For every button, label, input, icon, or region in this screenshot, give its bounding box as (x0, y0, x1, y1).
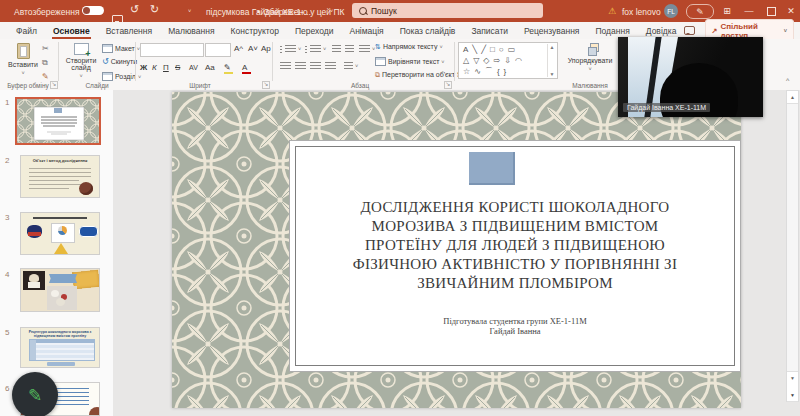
line-spacing-button[interactable]: ˅ (359, 45, 375, 53)
tab-7[interactable]: Анімація (342, 22, 392, 39)
webcam-overlay[interactable]: Гайдай Іванна ХЕ-1-11М (618, 37, 763, 117)
shape-glyph-1-2[interactable]: ╲ (472, 44, 477, 55)
columns-button[interactable]: ˅ (344, 62, 358, 70)
thumbnail-slide-3[interactable] (20, 212, 100, 255)
qat-chevron-icon[interactable]: ˅ (188, 8, 191, 14)
align-left-button[interactable] (280, 62, 291, 70)
close-button[interactable]: ✕ (782, 2, 800, 20)
cut-button[interactable]: ✂ (42, 45, 49, 53)
shapes-scroll-up-icon[interactable]: ▲ (550, 44, 555, 50)
shapes-scroll-down-icon[interactable]: ▼ (550, 71, 555, 77)
shape-glyph-1-3[interactable]: ╱ (481, 44, 486, 55)
tab-8[interactable]: Показ слайдів (392, 22, 464, 39)
shape-glyph-1-5[interactable]: ○ (499, 44, 504, 55)
clipboard-dialog-launcher[interactable]: ↘ (50, 81, 58, 89)
italic-button[interactable]: К (152, 63, 157, 73)
ribbon-display-options-icon[interactable]: ⊞ (718, 2, 736, 20)
bold-button[interactable]: Ж (140, 63, 147, 73)
shape-glyph-3-4[interactable]: { (497, 66, 500, 77)
clear-formatting-button[interactable]: Ap (261, 44, 271, 54)
subtitle-line-1: Підготувала студентка групи ХЕ-1-11М (299, 316, 731, 326)
numbering-button[interactable]: ˅ (305, 45, 326, 53)
shape-glyph-3-3[interactable]: ⌒ (485, 66, 493, 77)
shape-glyph-2-3[interactable]: ◇ (483, 55, 489, 66)
autosave-toggle[interactable] (82, 6, 104, 15)
undo-icon[interactable]: ↺ (130, 4, 139, 15)
thumb3-pie-chart-card (51, 223, 75, 243)
tab-10[interactable]: Рецензування (516, 22, 587, 39)
account-name[interactable]: fox lenovo (622, 7, 661, 17)
shapes-gallery[interactable]: A╲╱□○▭ △▽◇⇨⇩◠ ☆∿⌒{} ▲ ▼ (458, 42, 558, 79)
shape-glyph-2-6[interactable]: ◠ (515, 55, 522, 66)
shape-glyph-1-1[interactable]: A (463, 44, 468, 55)
change-case-button[interactable]: Aa (205, 63, 215, 73)
slide-title[interactable]: ДОСЛІДЖЕННЯ КОРИСТІ ШОКОЛАДНОГО МОРОЗИВА… (299, 198, 731, 293)
new-slide-button[interactable]: Створити слайд ˅ (62, 43, 100, 80)
shrink-font-button[interactable]: A˅ (248, 44, 258, 54)
text-direction-button[interactable]: ⇅ Напрямок тексту ˅ (375, 43, 443, 51)
shapes-gallery-scrollbar[interactable]: ▲ ▼ (547, 44, 556, 77)
copy-button[interactable]: ⧉ (42, 59, 48, 67)
scroll-up-button[interactable]: ▲ (787, 91, 798, 104)
shape-glyph-2-4[interactable]: ⇨ (493, 55, 500, 66)
slide-subtitle[interactable]: Підготувала студентка групи ХЕ-1-11М Гай… (299, 316, 731, 336)
format-painter-button[interactable]: ✎ (42, 73, 49, 81)
slide-accent-rectangle[interactable] (469, 152, 515, 185)
reset-button[interactable]: ↺ Скинути (102, 58, 137, 66)
collapse-ribbon-icon[interactable]: ^ (786, 77, 789, 84)
shape-glyph-3-1[interactable]: ☆ (463, 66, 470, 77)
strikethrough-button[interactable]: S (175, 63, 180, 73)
tab-6[interactable]: Переходи (287, 22, 342, 39)
justify-button[interactable] (325, 62, 336, 70)
avatar[interactable]: FL (664, 4, 678, 18)
warning-icon[interactable]: ⚠ (608, 6, 616, 16)
tab-2[interactable]: Основне (45, 22, 98, 39)
scroll-down-button[interactable]: ▼ (787, 371, 798, 385)
shape-glyph-3-2[interactable]: ∿ (474, 66, 481, 77)
thumbnail-slide-4[interactable] (20, 268, 100, 312)
arrange-button[interactable]: Упорядкувати ˅ (566, 43, 614, 73)
underline-button[interactable]: П (163, 63, 169, 73)
editing-mode-button[interactable]: ✎ (686, 4, 714, 19)
shape-glyph-2-5[interactable]: ⇩ (504, 55, 511, 66)
restore-button[interactable] (762, 2, 780, 20)
grow-font-button[interactable]: A^ (234, 44, 243, 54)
redo-icon[interactable]: ↻ (150, 4, 159, 15)
tab-4[interactable]: Малювання (160, 22, 222, 39)
search-box[interactable]: Пошук (352, 3, 543, 18)
font-color-button[interactable]: A (242, 63, 251, 74)
vertical-scrollbar[interactable]: ▲ ▼ ▲ ▼ (786, 90, 799, 402)
highlight-button[interactable]: ✎ (224, 63, 233, 74)
comments-icon[interactable] (684, 26, 694, 35)
thumbnail-slide-1[interactable] (15, 97, 101, 145)
align-text-button[interactable]: Вирівняти текст ˅ (375, 57, 445, 66)
tab-5[interactable]: Конструктор (223, 22, 287, 39)
tab-9[interactable]: Записати (463, 22, 516, 39)
shape-glyph-2-1[interactable]: △ (463, 55, 469, 66)
minimize-button[interactable]: — (740, 2, 758, 20)
next-slide-button[interactable]: ▼ (787, 389, 798, 402)
font-size-input[interactable] (205, 43, 231, 57)
shape-glyph-3-5[interactable]: } (504, 66, 507, 77)
annotation-pencil-button[interactable]: ✎ (12, 372, 58, 416)
align-center-button[interactable] (295, 62, 306, 70)
thumbnail-slide-2[interactable]: Об'єкт і метод дослідження (20, 155, 100, 198)
saved-status-chevron-icon[interactable]: ˅ (330, 8, 333, 14)
slide[interactable]: ДОСЛІДЖЕННЯ КОРИСТІ ШОКОЛАДНОГО МОРОЗИВА… (172, 92, 741, 408)
reset-icon: ↺ (102, 58, 109, 66)
shape-glyph-1-4[interactable]: □ (490, 44, 495, 55)
increase-indent-button[interactable] (345, 45, 354, 53)
font-dialog-launcher[interactable]: ↘ (262, 81, 270, 89)
font-name-input[interactable] (140, 43, 204, 57)
bullets-button[interactable]: ˅ (280, 45, 301, 53)
thumbnail-slide-5[interactable]: Рецептура шоколадного морозива з підвище… (20, 327, 100, 368)
tab-3[interactable]: Вставлення (98, 22, 160, 39)
tab-1[interactable]: Файл (8, 22, 45, 39)
shape-glyph-1-6[interactable]: ▭ (508, 44, 516, 55)
shape-glyph-2-2[interactable]: ▽ (473, 55, 479, 66)
paste-button[interactable]: Вставити ˅ (6, 43, 40, 77)
character-spacing-button[interactable]: AV (189, 63, 198, 73)
align-right-button[interactable] (310, 62, 321, 70)
paragraph-dialog-launcher[interactable]: ↘ (444, 81, 452, 89)
decrease-indent-button[interactable] (332, 45, 341, 53)
